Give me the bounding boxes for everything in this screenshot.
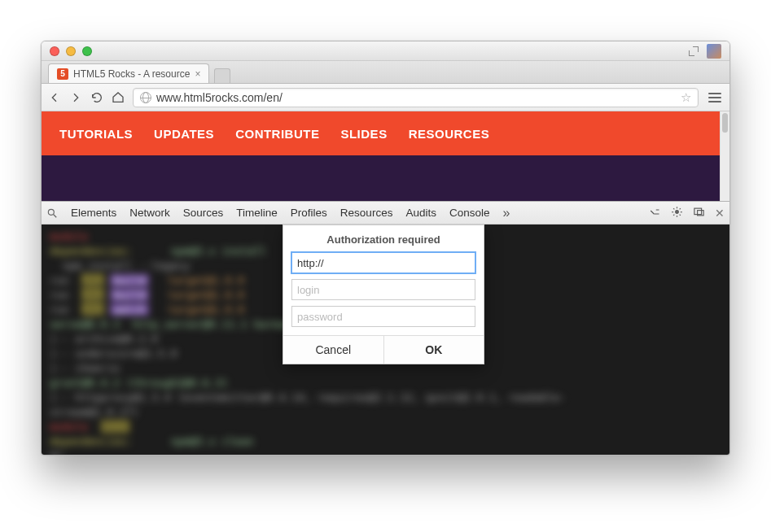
nav-link-contribute[interactable]: CONTRIBUTE [235,127,319,141]
address-bar[interactable]: www.html5rocks.com/en/ ☆ [133,88,699,107]
tab-strip: 5 HTML5 Rocks - A resource × [42,61,729,84]
svg-line-1 [54,214,57,217]
site-navigation: TUTORIALS UPDATES CONTRIBUTE SLIDES RESO… [42,111,729,155]
bookmark-star-icon[interactable]: ☆ [681,90,691,105]
page-viewport: TUTORIALS UPDATES CONTRIBUTE SLIDES RESO… [42,111,729,201]
window-minimize-button[interactable] [66,46,76,56]
toolbar: www.html5rocks.com/en/ ☆ [42,84,729,111]
auth-password-input[interactable] [291,306,475,327]
cancel-button[interactable]: Cancel [283,336,383,364]
nav-link-slides[interactable]: SLIDES [340,127,387,141]
devtools-tab-timeline[interactable]: Timeline [236,207,278,219]
site-hero [42,155,729,201]
devtools-tab-network[interactable]: Network [129,207,170,219]
tab-close-icon[interactable]: × [195,68,200,80]
auth-login-input[interactable] [291,279,475,300]
svg-rect-3 [694,208,702,215]
fullscreen-icon[interactable] [689,46,699,56]
page-scrollbar[interactable] [720,111,729,201]
search-icon[interactable] [46,207,58,219]
authorization-dialog: Authorization required Cancel OK [283,225,484,364]
devtools-overflow-icon[interactable]: » [502,206,510,220]
tab-title: HTML5 Rocks - A resource [73,68,190,80]
browser-window: 5 HTML5 Rocks - A resource × www.html5ro… [41,41,730,456]
toggle-drawer-icon[interactable] [649,206,661,220]
svg-point-2 [676,210,679,213]
reload-button[interactable] [90,91,103,104]
html5-favicon-icon: 5 [57,68,68,80]
profile-avatar[interactable] [707,44,721,59]
nav-link-resources[interactable]: RESOURCES [409,127,490,141]
globe-icon [140,92,151,103]
dialog-title: Authorization required [283,225,484,252]
window-titlebar [42,41,729,61]
forward-button[interactable] [69,91,82,104]
window-controls [42,46,92,56]
nav-link-tutorials[interactable]: TUTORIALS [59,127,133,141]
window-close-button[interactable] [50,46,59,56]
dock-side-icon[interactable] [693,206,705,220]
window-maximize-button[interactable] [82,46,92,56]
devtools-tab-profiles[interactable]: Profiles [291,207,327,219]
new-tab-button[interactable] [214,68,230,83]
devtools-tabbar: Elements Network Sources Timeline Profil… [42,202,729,225]
auth-url-input[interactable] [291,252,475,273]
devtools-tab-sources[interactable]: Sources [183,207,224,219]
chrome-menu-icon[interactable] [707,91,723,104]
url-text: www.html5rocks.com/en/ [156,91,283,104]
settings-gear-icon[interactable] [671,206,683,220]
devtools-close-icon[interactable]: ✕ [715,207,725,220]
browser-tab[interactable]: 5 HTML5 Rocks - A resource × [48,63,209,83]
devtools-body: module dependencies: npm@3.x install npm… [42,225,729,456]
devtools-panel: Elements Network Sources Timeline Profil… [42,201,729,456]
svg-point-0 [48,209,54,215]
back-button[interactable] [48,91,61,104]
home-button[interactable] [112,91,125,104]
nav-link-updates[interactable]: UPDATES [154,127,214,141]
devtools-tab-audits[interactable]: Audits [405,207,436,219]
devtools-tab-elements[interactable]: Elements [71,207,116,219]
devtools-tab-resources[interactable]: Resources [340,207,393,219]
devtools-tab-console[interactable]: Console [449,207,490,219]
page-content: TUTORIALS UPDATES CONTRIBUTE SLIDES RESO… [42,111,729,201]
ok-button[interactable]: OK [383,336,484,364]
